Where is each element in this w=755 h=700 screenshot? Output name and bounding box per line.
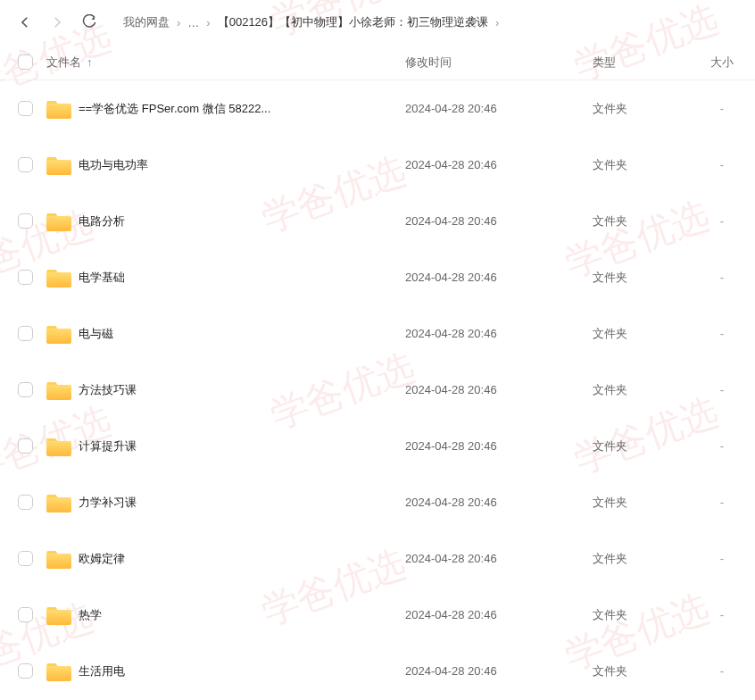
header-name-label: 文件名 [46, 54, 81, 71]
file-size: - [700, 439, 744, 453]
file-name[interactable]: 电与磁 [79, 326, 405, 342]
file-size: - [700, 327, 744, 340]
breadcrumb-ellipsis[interactable]: … [187, 16, 199, 29]
file-name[interactable]: 电学基础 [79, 270, 405, 286]
row-checkbox[interactable] [18, 270, 33, 285]
file-row[interactable]: 方法技巧课 2024-04-28 20:46 文件夹 - [0, 362, 755, 418]
file-size: - [700, 608, 744, 621]
breadcrumb-separator-icon: › [177, 16, 180, 29]
folder-icon [46, 436, 71, 457]
file-row[interactable]: ==学爸优选 FPSer.com 微信 58222... 2024-04-28 … [0, 80, 755, 137]
row-checkbox[interactable] [18, 607, 33, 622]
folder-icon [46, 548, 71, 570]
file-size: - [700, 271, 744, 284]
file-row[interactable]: 生活用电 2024-04-28 20:46 文件夹 - [0, 643, 755, 699]
refresh-button[interactable] [73, 6, 105, 38]
file-row[interactable]: 计算提升课 2024-04-28 20:46 文件夹 - [0, 418, 755, 474]
file-type: 文件夹 [593, 270, 700, 286]
file-name[interactable]: 力学补习课 [79, 495, 405, 511]
header-time[interactable]: 修改时间 [405, 54, 593, 71]
file-size: - [700, 496, 744, 509]
file-type: 文件夹 [593, 438, 700, 454]
row-checkbox-cell [18, 213, 46, 229]
file-time: 2024-04-28 20:46 [405, 102, 593, 115]
file-name[interactable]: ==学爸优选 FPSer.com 微信 58222... [79, 101, 405, 117]
file-time: 2024-04-28 20:46 [405, 664, 593, 678]
row-checkbox-cell [18, 270, 46, 285]
row-checkbox-cell [18, 495, 46, 510]
header-checkbox-cell [18, 54, 46, 70]
file-type: 文件夹 [593, 326, 700, 342]
file-time: 2024-04-28 20:46 [405, 327, 593, 340]
file-time: 2024-04-28 20:46 [405, 552, 593, 565]
file-name[interactable]: 电功与电功率 [79, 157, 405, 173]
row-icon-cell [46, 323, 79, 345]
forward-button[interactable] [41, 6, 73, 38]
row-checkbox[interactable] [18, 438, 33, 454]
file-type: 文件夹 [593, 157, 700, 173]
row-checkbox[interactable] [18, 326, 33, 341]
file-type: 文件夹 [593, 663, 700, 679]
nav-buttons [9, 6, 105, 38]
row-checkbox-cell [18, 438, 46, 454]
column-headers: 文件名 ↑ 修改时间 类型 大小 [0, 45, 755, 80]
row-icon-cell [46, 604, 79, 626]
file-list: ==学爸优选 FPSer.com 微信 58222... 2024-04-28 … [0, 80, 755, 699]
toolbar: 我的网盘 › … › 【002126】【初中物理】小徐老师：初三物理逆袭课 › [0, 0, 755, 45]
file-size: - [700, 102, 744, 115]
file-row[interactable]: 欧姆定律 2024-04-28 20:46 文件夹 - [0, 530, 755, 587]
back-button[interactable] [9, 6, 41, 38]
file-row[interactable]: 电路分析 2024-04-28 20:46 文件夹 - [0, 193, 755, 249]
row-icon-cell [46, 98, 79, 120]
header-size[interactable]: 大小 [700, 54, 744, 71]
file-time: 2024-04-28 20:46 [405, 214, 593, 228]
row-icon-cell [46, 548, 79, 570]
row-checkbox[interactable] [18, 495, 33, 510]
sort-ascending-icon: ↑ [87, 55, 93, 69]
row-icon-cell [46, 492, 79, 513]
header-name[interactable]: 文件名 ↑ [46, 54, 405, 71]
row-icon-cell [46, 379, 79, 401]
file-name[interactable]: 生活用电 [79, 663, 405, 679]
file-row[interactable]: 电与磁 2024-04-28 20:46 文件夹 - [0, 305, 755, 362]
row-checkbox[interactable] [18, 663, 33, 679]
row-checkbox-cell [18, 382, 46, 397]
row-icon-cell [46, 661, 79, 682]
breadcrumb-root[interactable]: 我的网盘 [123, 14, 170, 30]
row-icon-cell [46, 436, 79, 457]
file-type: 文件夹 [593, 607, 700, 623]
header-type[interactable]: 类型 [593, 54, 700, 71]
row-checkbox-cell [18, 101, 46, 116]
folder-icon [46, 211, 71, 232]
row-checkbox[interactable] [18, 382, 33, 397]
file-name[interactable]: 电路分析 [79, 213, 405, 229]
select-all-checkbox[interactable] [18, 54, 33, 70]
file-size: - [700, 552, 744, 565]
file-name[interactable]: 方法技巧课 [79, 382, 405, 398]
folder-icon [46, 267, 71, 288]
file-time: 2024-04-28 20:46 [405, 608, 593, 621]
chevron-left-icon [17, 14, 33, 30]
row-checkbox[interactable] [18, 157, 33, 172]
file-type: 文件夹 [593, 382, 700, 398]
file-type: 文件夹 [593, 495, 700, 511]
row-checkbox[interactable] [18, 551, 33, 566]
row-checkbox-cell [18, 551, 46, 566]
file-size: - [700, 383, 744, 396]
folder-icon [46, 154, 71, 176]
file-time: 2024-04-28 20:46 [405, 496, 593, 509]
row-checkbox[interactable] [18, 101, 33, 116]
file-row[interactable]: 电学基础 2024-04-28 20:46 文件夹 - [0, 249, 755, 305]
file-type: 文件夹 [593, 213, 700, 229]
file-size: - [700, 158, 744, 171]
file-row[interactable]: 热学 2024-04-28 20:46 文件夹 - [0, 587, 755, 643]
breadcrumb-separator-icon: › [495, 16, 499, 29]
file-name[interactable]: 热学 [79, 607, 405, 623]
file-name[interactable]: 欧姆定律 [79, 551, 405, 567]
row-checkbox[interactable] [18, 213, 33, 229]
file-row[interactable]: 电功与电功率 2024-04-28 20:46 文件夹 - [0, 137, 755, 193]
file-time: 2024-04-28 20:46 [405, 439, 593, 453]
file-name[interactable]: 计算提升课 [79, 438, 405, 454]
file-type: 文件夹 [593, 101, 700, 117]
file-row[interactable]: 力学补习课 2024-04-28 20:46 文件夹 - [0, 474, 755, 530]
